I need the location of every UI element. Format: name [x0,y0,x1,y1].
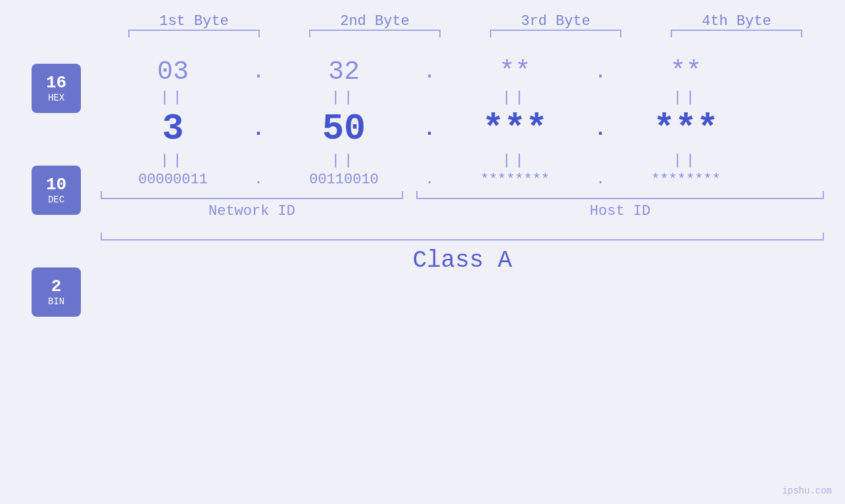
dec-badge: 10 DEC [32,166,81,215]
eq-6: || [272,152,416,169]
hex-byte-1: 03 [101,57,245,87]
bin-byte-1: 00000011 [101,172,245,188]
dec-byte-1: 3 [101,108,245,150]
eq-4: || [614,89,758,106]
hex-sep-3: . [587,60,614,84]
bracket-2 [309,30,441,37]
bin-sep-3: . [587,172,614,188]
eq-5: || [101,152,245,169]
bin-badge-label: BIN [48,296,64,307]
bottom-brackets [101,191,824,199]
bin-badge: 2 BIN [32,267,81,317]
badges-column: 16 HEX 10 DEC 2 BIN [32,64,81,317]
hex-row: 03 . 32 . ** . ** [101,57,824,87]
hex-byte-3: ** [443,57,587,87]
network-id-label: Network ID [101,203,403,219]
dec-badge-num: 10 [46,175,66,195]
bin-byte-4: ******** [614,172,758,188]
dec-sep-2: . [416,118,443,141]
bracket-3 [490,30,621,37]
byte-headers: 1st Byte 2nd Byte 3rd Byte 4th Byte [104,13,827,30]
byte-2-header: 2nd Byte [302,13,447,30]
eq-row-1: || || || || [101,89,824,106]
data-rows: 03 . 32 . ** . ** || || || || 3 . [101,57,845,274]
eq-row-2: || || || || [101,152,824,169]
hex-sep-1: . [245,60,272,84]
large-bracket [101,233,824,241]
watermark: ipshu.com [782,486,832,496]
main-content: 16 HEX 10 DEC 2 BIN 03 . 32 . ** . ** [0,57,845,317]
eq-2: || [272,89,416,106]
bin-sep-2: . [416,172,443,188]
host-id-label: Host ID [416,203,824,219]
dec-byte-4: *** [614,108,758,150]
bin-badge-num: 2 [51,277,62,296]
eq-7: || [443,152,587,169]
eq-8: || [614,152,758,169]
dec-sep-1: . [245,118,272,141]
bin-byte-3: ******** [443,172,587,188]
main-container: 1st Byte 2nd Byte 3rd Byte 4th Byte 16 H… [0,0,845,504]
hex-badge-label: HEX [48,93,64,103]
dec-sep-3: . [587,118,614,141]
hex-byte-2: 32 [272,57,416,87]
network-bracket [101,191,403,199]
byte-3-header: 3rd Byte [483,13,628,30]
dec-byte-3: *** [443,108,587,150]
id-labels: Network ID Host ID [101,203,824,219]
bin-sep-1: . [245,172,272,188]
dec-badge-label: DEC [48,195,64,205]
bin-row: 00000011 . 00110010 . ******** . *******… [101,172,824,188]
bracket-4 [671,30,802,37]
hex-sep-2: . [416,60,443,84]
top-brackets [104,30,827,37]
bin-byte-2: 00110010 [272,172,416,188]
hex-badge: 16 HEX [32,64,81,113]
eq-1: || [101,89,245,106]
dec-byte-2: 50 [272,108,416,150]
eq-3: || [443,89,587,106]
hex-badge-num: 16 [46,74,66,93]
byte-4-header: 4th Byte [664,13,809,30]
hex-byte-4: ** [614,57,758,87]
byte-1-header: 1st Byte [122,13,266,30]
bracket-1 [128,30,260,37]
dec-row: 3 . 50 . *** . *** [101,108,824,150]
class-label: Class A [101,247,824,274]
host-bracket [416,191,824,199]
